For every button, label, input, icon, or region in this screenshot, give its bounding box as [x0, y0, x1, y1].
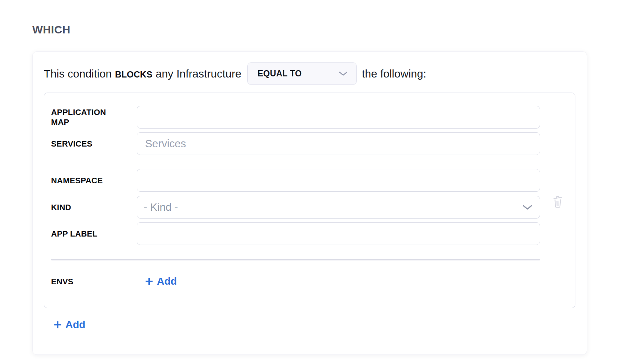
app-label-input[interactable]	[137, 222, 540, 245]
page-title: WHICH	[32, 24, 71, 36]
field-row-envs: ENVS Add	[44, 270, 575, 293]
application-map-input[interactable]	[137, 106, 540, 129]
envs-add-button[interactable]: Add	[145, 275, 177, 287]
infrastructure-fields-panel: APPLICATION MAP SERVICES NAMESPACE KIND …	[44, 93, 575, 308]
condition-card: This condition BLOCKS any Infrastructure…	[32, 51, 587, 355]
field-row-namespace: NAMESPACE	[44, 169, 575, 192]
field-row-kind: KIND - Kind -	[44, 196, 575, 219]
add-condition-button[interactable]: Add	[54, 318, 85, 332]
condition-sentence-left: This condition BLOCKS any Infrastructure	[44, 68, 241, 80]
services-label: SERVICES	[51, 139, 137, 149]
field-row-app-label: APP LABEL	[44, 222, 575, 245]
field-row-application-map: APPLICATION MAP	[44, 106, 575, 129]
condition-prefix-text: This condition	[44, 68, 112, 80]
chevron-down-icon	[339, 71, 348, 76]
plus-icon	[54, 321, 62, 329]
operator-select-value: EQUAL TO	[258, 69, 302, 79]
envs-label: ENVS	[51, 277, 137, 286]
application-map-label: APPLICATION MAP	[51, 107, 137, 127]
operator-select[interactable]: EQUAL TO	[247, 62, 357, 85]
trash-icon	[553, 194, 563, 209]
field-row-services: SERVICES	[44, 132, 575, 155]
add-condition-button-label: Add	[65, 319, 85, 331]
envs-divider	[51, 259, 540, 260]
namespace-label: NAMESPACE	[51, 176, 137, 185]
condition-suffix-text: the following:	[362, 68, 426, 80]
chevron-down-icon	[522, 205, 532, 210]
kind-select-placeholder: - Kind -	[144, 201, 178, 213]
condition-sentence-row: This condition BLOCKS any Infrastructure…	[44, 62, 426, 85]
condition-middle-text: any Infrastructure	[155, 68, 241, 80]
condition-verb-text: BLOCKS	[115, 69, 152, 80]
app-label-label: APP LABEL	[51, 229, 137, 239]
services-input[interactable]	[137, 132, 540, 155]
kind-label: KIND	[51, 202, 137, 212]
plus-icon	[145, 277, 153, 285]
namespace-input[interactable]	[137, 169, 540, 192]
kind-select[interactable]: - Kind -	[137, 196, 540, 219]
envs-add-button-label: Add	[157, 275, 177, 287]
delete-condition-button[interactable]	[553, 194, 563, 209]
